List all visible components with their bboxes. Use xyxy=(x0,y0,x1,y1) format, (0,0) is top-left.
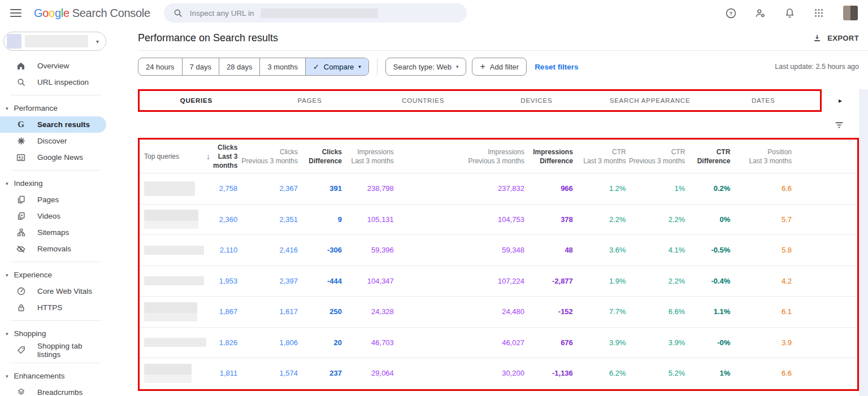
sidebar-item-videos[interactable]: Videos xyxy=(0,208,106,224)
date-range-control: 24 hours 7 days 28 days 3 months ✓ Compa… xyxy=(138,58,369,76)
section-title: Performance xyxy=(14,104,58,112)
table-row[interactable]: 1,8261,8062046,70346,0276763.9%3.9%-0%3.… xyxy=(140,328,857,359)
help-icon[interactable]: ? xyxy=(724,7,737,19)
sidebar-item-overview[interactable]: Overview xyxy=(0,58,106,74)
discover-icon xyxy=(16,136,26,146)
compare-label: Compare xyxy=(324,63,354,71)
compare-chip[interactable]: ✓ Compare ▾ xyxy=(305,58,368,75)
query-placeholder xyxy=(144,302,206,321)
table-row[interactable]: 1,8671,61725024,32824,480-1527.7%6.6%1.1… xyxy=(140,297,857,328)
table-row[interactable]: 1,9532,397-444104,347107,224-2,8771.9%2.… xyxy=(140,266,857,297)
divider xyxy=(10,320,102,321)
tab-search-appearance[interactable]: SEARCH APPEARANCE xyxy=(593,91,707,110)
svg-text:?: ? xyxy=(729,10,732,16)
search-type-chip[interactable]: Search type: Web ▾ xyxy=(385,58,467,76)
tabs-scroll-right-icon[interactable]: ▸ xyxy=(822,89,859,112)
table-header: Top queries↓ClicksLast 3 monthsClicksPre… xyxy=(140,140,857,173)
page-background-strip xyxy=(859,89,868,396)
manage-users-icon[interactable] xyxy=(754,7,766,19)
tag-icon xyxy=(16,345,26,355)
metric-cell: 0.2% xyxy=(685,184,730,193)
column-header[interactable]: ImpressionsPrevious 3 months xyxy=(394,147,524,166)
metric-cell: 3.9% xyxy=(626,338,685,347)
sidebar-item-label: Removals xyxy=(37,245,71,253)
column-header[interactable]: CTRDifference xyxy=(685,147,730,166)
metric-cell: 48 xyxy=(524,246,573,254)
sidebar-item-https[interactable]: HTTPS xyxy=(0,299,106,316)
metric-cell: 2.2% xyxy=(626,215,685,224)
layers-icon xyxy=(16,388,26,396)
sidebar-section-shopping[interactable]: ▾ Shopping xyxy=(0,325,130,342)
column-header[interactable]: ImpressionsLast 3 months xyxy=(342,147,394,166)
sidebar-item-google-news[interactable]: Google News xyxy=(0,149,106,166)
property-selector[interactable]: ▾ xyxy=(3,32,106,51)
metric-cell: 1,826 xyxy=(206,338,237,347)
reset-filters-link[interactable]: Reset filters xyxy=(535,63,578,71)
tab-queries[interactable]: QUERIES xyxy=(140,91,253,110)
table-row[interactable]: 1,8111,57423729,06430,200-1,1366.2%5.2%1… xyxy=(140,358,857,389)
metric-cell: 3.6% xyxy=(573,246,626,254)
range-24-hours[interactable]: 24 hours xyxy=(138,58,182,75)
metric-cell: 105,131 xyxy=(342,215,394,224)
column-header[interactable]: ClicksDifference xyxy=(298,147,342,166)
metric-cell: 59,348 xyxy=(394,246,524,254)
column-header[interactable]: CTRPrevious 3 months xyxy=(626,147,685,166)
sidebar-item-pages[interactable]: Pages xyxy=(0,192,106,208)
metric-cell: -444 xyxy=(298,277,342,285)
query-placeholder xyxy=(144,338,206,347)
apps-grid-icon[interactable] xyxy=(813,7,825,19)
export-button[interactable]: EXPORT xyxy=(812,33,859,43)
sidebar-item-url-inspection[interactable]: URL inspection xyxy=(0,74,106,90)
metric-cell: -1,136 xyxy=(524,369,573,377)
page-title: Performance on Search results xyxy=(138,32,278,44)
table-row[interactable]: 2,1102,416-30659,39659,348483.6%4.1%-0.5… xyxy=(140,235,857,266)
notifications-icon[interactable] xyxy=(783,7,796,19)
column-header[interactable]: CTRLast 3 months xyxy=(573,147,626,166)
pages-icon xyxy=(16,195,26,205)
chevron-down-icon: ▾ xyxy=(358,64,361,69)
sidebar-item-core-web-vitals[interactable]: Core Web Vitals xyxy=(0,283,106,299)
sidebar-item-search-results[interactable]: G Search results xyxy=(0,116,106,133)
column-header[interactable]: ImpressionsDifference xyxy=(524,147,573,166)
column-header[interactable]: ↓ClicksLast 3 months xyxy=(206,143,237,170)
tab-devices[interactable]: DEVICES xyxy=(480,91,593,110)
metric-cell: -0.4% xyxy=(685,277,730,285)
sidebar-section-indexing[interactable]: ▾ Indexing xyxy=(0,175,130,192)
column-header[interactable]: PositionLast 3 months xyxy=(730,147,792,166)
section-title: Experience xyxy=(14,271,53,279)
avatar[interactable] xyxy=(843,6,858,20)
range-3-months[interactable]: 3 months xyxy=(259,58,305,75)
sidebar-item-shopping-tab-listings[interactable]: Shopping tab listings xyxy=(0,342,106,358)
sidebar-item-discover[interactable]: Discover xyxy=(0,133,106,149)
sidebar-item-sitemaps[interactable]: Sitemaps xyxy=(0,224,106,241)
sidebar-item-removals[interactable]: Removals xyxy=(0,241,106,257)
table-row[interactable]: 2,7582,367391238,798237,8329661.2%1%0.2%… xyxy=(140,173,857,204)
annotation-rect-table: Top queries↓ClicksLast 3 monthsClicksPre… xyxy=(138,138,859,391)
section-title: Indexing xyxy=(14,179,43,188)
url-inspect-search-input[interactable]: Inspect any URL in xyxy=(164,3,467,23)
sidebar-section-experience[interactable]: ▾ Experience xyxy=(0,267,130,283)
metric-cell: 2,758 xyxy=(206,184,237,193)
redacted-property-icon xyxy=(7,34,21,49)
column-header[interactable]: ClicksPrevious 3 months xyxy=(237,147,298,166)
metric-cell: -152 xyxy=(524,307,573,316)
sidebar-item-label: Pages xyxy=(37,195,59,204)
add-filter-chip[interactable]: + Add filter xyxy=(472,58,527,76)
tab-pages[interactable]: PAGES xyxy=(253,91,367,110)
metric-cell: 1,574 xyxy=(237,369,298,377)
table-body: 2,7582,367391238,798237,8329661.2%1%0.2%… xyxy=(140,173,857,389)
metric-cell: 6.6% xyxy=(626,307,685,316)
tab-countries[interactable]: COUNTRIES xyxy=(366,91,480,110)
sidebar-section-performance[interactable]: ▾ Performance xyxy=(0,100,130,116)
chevron-down-icon: ▾ xyxy=(6,272,8,278)
table-row[interactable]: 2,3602,3519105,131104,7533782.2%2.2%0%5.… xyxy=(140,204,857,236)
table-filter-icon[interactable] xyxy=(834,120,844,130)
column-header[interactable]: Top queries xyxy=(144,152,206,161)
sidebar-item-breadcrumbs[interactable]: Breadcrumbs xyxy=(0,384,106,396)
menu-icon[interactable] xyxy=(10,9,21,17)
range-28-days[interactable]: 28 days xyxy=(219,58,260,75)
filters-bar: 24 hours 7 days 28 days 3 months ✓ Compa… xyxy=(138,51,868,82)
range-7-days[interactable]: 7 days xyxy=(182,58,219,75)
tab-dates[interactable]: DATES xyxy=(706,91,820,110)
sidebar-section-enhancements[interactable]: ▾ Enhancements xyxy=(0,368,130,384)
